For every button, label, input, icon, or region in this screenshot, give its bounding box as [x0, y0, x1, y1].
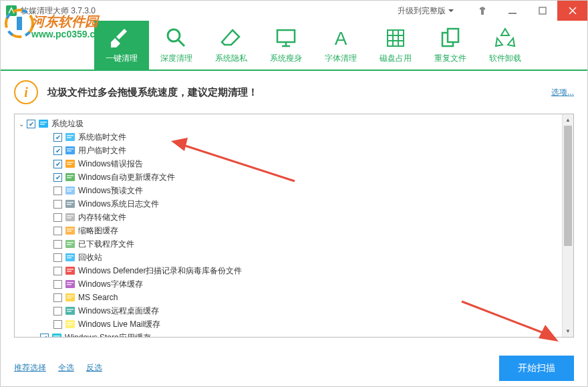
- item-icon: [65, 252, 76, 263]
- tree-item-label: 已下载程序文件: [78, 239, 134, 250]
- svg-rect-60: [67, 297, 71, 299]
- tree-root-item[interactable]: ⌄系统垃圾: [15, 117, 562, 130]
- svg-rect-50: [67, 255, 74, 257]
- tree-item[interactable]: 回收站: [15, 251, 562, 264]
- tree-item[interactable]: Windows字体缓存: [15, 277, 562, 291]
- svg-rect-32: [67, 175, 74, 176]
- tab-privacy[interactable]: 系统隐私: [204, 21, 259, 70]
- toolbar: 一键清理 深度清理 系统隐私 系统瘦身 A 字体清理 磁盘占用 重复文件 软件卸…: [1, 21, 587, 71]
- scroll-down-arrow[interactable]: ▼: [563, 326, 573, 337]
- svg-line-7: [178, 40, 184, 46]
- tree-container: ⌄系统垃圾系统临时文件用户临时文件Windows错误报告Windows自动更新缓…: [14, 114, 574, 338]
- tab-uninstall[interactable]: 软件卸载: [478, 21, 533, 70]
- monitor-icon: [274, 26, 298, 50]
- close-button[interactable]: [557, 1, 587, 21]
- skin-button[interactable]: [467, 1, 497, 21]
- checkbox[interactable]: [40, 334, 49, 338]
- tree-item[interactable]: 内存转储文件: [15, 211, 562, 224]
- scroll-track[interactable]: [563, 246, 573, 326]
- checkbox[interactable]: [53, 240, 62, 249]
- tree-item[interactable]: Windows Store应用缓存: [15, 331, 562, 337]
- app-icon: [6, 5, 17, 16]
- maximize-button[interactable]: [527, 1, 557, 21]
- magnifier-icon: [164, 26, 188, 50]
- tree-item[interactable]: Windows Live Mail缓存: [15, 317, 562, 331]
- tree-item[interactable]: MS Search: [15, 291, 562, 304]
- checkbox[interactable]: [27, 120, 35, 128]
- invert-link[interactable]: 反选: [86, 362, 102, 374]
- checkbox[interactable]: [53, 320, 62, 329]
- tab-label: 磁盘占用: [380, 53, 412, 64]
- checkbox[interactable]: [53, 307, 62, 315]
- grid-icon: [384, 26, 408, 50]
- checkbox[interactable]: [53, 267, 62, 275]
- tree-item[interactable]: 系统临时文件: [15, 130, 562, 144]
- broom-icon: [110, 26, 134, 50]
- scrollbar[interactable]: ▲ ▼: [562, 114, 573, 337]
- checkbox[interactable]: [53, 173, 62, 182]
- tab-slim[interactable]: 系统瘦身: [259, 21, 313, 70]
- tree-item-label: 系统临时文件: [78, 132, 126, 143]
- svg-rect-56: [67, 282, 74, 283]
- tree-item[interactable]: Windows预读文件: [15, 184, 562, 197]
- tab-disk-usage[interactable]: 磁盘占用: [368, 21, 423, 70]
- svg-rect-38: [67, 202, 74, 203]
- tree-item[interactable]: Windows错误报告: [15, 157, 562, 170]
- recommend-link[interactable]: 推荐选择: [14, 362, 46, 374]
- select-all-link[interactable]: 全选: [58, 362, 74, 374]
- item-icon: [51, 332, 62, 337]
- tab-label: 字体清理: [325, 53, 357, 64]
- tree-item[interactable]: Windows自动更新缓存文件: [15, 170, 562, 184]
- svg-rect-23: [67, 135, 74, 136]
- tab-duplicate-files[interactable]: 重复文件: [423, 21, 478, 70]
- checkbox[interactable]: [53, 186, 62, 195]
- info-icon: i: [14, 80, 38, 104]
- checkbox[interactable]: [53, 200, 62, 209]
- item-icon: [65, 172, 76, 182]
- checkbox[interactable]: [53, 146, 62, 155]
- tree-item-label: Windows系统日志文件: [78, 199, 159, 210]
- tree-item[interactable]: 缩略图缓存: [15, 224, 562, 237]
- checkbox[interactable]: [53, 253, 62, 262]
- info-message: 垃圾文件过多会拖慢系统速度，建议定期清理！: [47, 86, 551, 99]
- scroll-up-arrow[interactable]: ▲: [563, 114, 573, 126]
- tree-item-label: Windows错误报告: [78, 158, 143, 170]
- tree-item-label: Windows远程桌面缓存: [78, 305, 159, 317]
- tree-item-label: Windows Live Mail缓存: [78, 319, 160, 330]
- minimize-button[interactable]: [497, 1, 527, 21]
- tab-label: 系统瘦身: [270, 53, 302, 64]
- start-scan-button[interactable]: 开始扫描: [499, 356, 574, 381]
- tree-item-label: 用户临时文件: [78, 145, 126, 156]
- files-icon: [438, 26, 462, 50]
- scroll-thumb[interactable]: [564, 126, 572, 246]
- tab-label: 软件卸载: [489, 53, 521, 64]
- svg-rect-21: [40, 124, 45, 125]
- svg-rect-54: [67, 271, 71, 272]
- item-icon: [65, 319, 76, 330]
- checkbox[interactable]: [53, 133, 62, 142]
- checkbox[interactable]: [53, 293, 62, 302]
- tree-item-label: Windows Store应用缓存: [65, 332, 151, 338]
- tab-onekey-clean[interactable]: 一键清理: [94, 21, 149, 70]
- checkbox[interactable]: [53, 213, 62, 222]
- tree-item[interactable]: Windows系统日志文件: [15, 197, 562, 211]
- tree-item[interactable]: Windows远程桌面缓存: [15, 304, 562, 317]
- upgrade-link[interactable]: 升级到完整版: [398, 5, 454, 17]
- svg-rect-62: [67, 309, 74, 310]
- expand-icon[interactable]: ⌄: [19, 120, 27, 128]
- item-icon: [65, 132, 76, 142]
- options-link[interactable]: 选项...: [551, 87, 574, 98]
- tree-item[interactable]: Windows Defender扫描记录和病毒库备份文件: [15, 264, 562, 277]
- tree-item[interactable]: 已下载程序文件: [15, 237, 562, 251]
- recycle-icon: [493, 26, 517, 50]
- tree-item[interactable]: 用户临时文件: [15, 144, 562, 157]
- tab-deep-clean[interactable]: 深度清理: [149, 21, 204, 70]
- checkbox[interactable]: [53, 160, 62, 168]
- svg-rect-45: [67, 231, 71, 232]
- svg-rect-63: [67, 311, 71, 312]
- checkbox[interactable]: [53, 227, 62, 235]
- item-icon: [65, 158, 76, 169]
- item-icon: [65, 185, 76, 196]
- checkbox[interactable]: [53, 280, 62, 289]
- tab-font-clean[interactable]: A 字体清理: [313, 21, 368, 70]
